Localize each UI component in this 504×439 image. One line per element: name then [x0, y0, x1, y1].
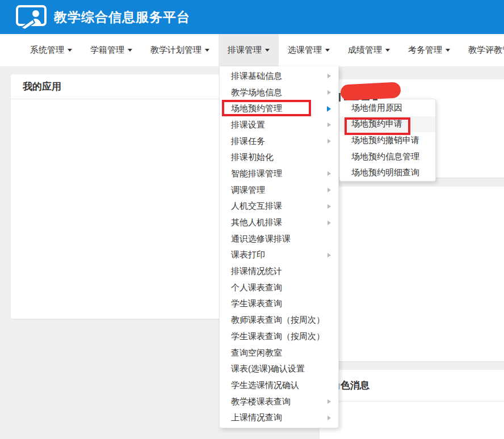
menu-item-scheduling-init[interactable]: 排课初始化 [220, 149, 338, 166]
menu-item-student-selection-confirm[interactable]: 学生选课情况确认 [220, 377, 338, 394]
menu-item-course-adjustment[interactable]: 调课管理 [220, 182, 338, 199]
submenu-arrow-icon [327, 106, 331, 112]
caret-down-icon [68, 49, 72, 52]
menu-item-personal-timetable[interactable]: 个人课表查询 [220, 280, 338, 296]
app-header: 教学综合信息服务平台 [0, 0, 504, 34]
caret-down-icon [325, 49, 330, 52]
caret-down-icon [128, 49, 132, 52]
menu-item-smart-scheduling[interactable]: 智能排课管理 [220, 166, 338, 182]
nav-item-system[interactable]: 系统管理 [21, 34, 81, 66]
submenu-item-reservation-detail-query[interactable]: 场地预约明细查询 [340, 164, 435, 181]
caret-down-icon [205, 49, 209, 52]
menu-item-student-timetable-by-week[interactable]: 学生课表查询（按周次） [220, 328, 338, 345]
page-title: 教学综合信息服务平台 [54, 9, 190, 26]
nav-item-grades[interactable]: 成绩管理 [339, 34, 399, 66]
submenu-arrow-icon [327, 416, 331, 420]
top-navbar: 系统管理 学籍管理 教学计划管理 排课管理 选课管理 成绩管理 考务管理 教学评… [0, 34, 504, 66]
submenu-arrow-icon [327, 221, 331, 225]
menu-item-student-timetable[interactable]: 学生课表查询 [220, 296, 338, 313]
menu-item-building-timetable-query[interactable]: 教学楼课表查询 [220, 394, 338, 410]
menu-item-scheduling-tasks[interactable]: 排课任务 [220, 133, 338, 150]
nav-item-student-status[interactable]: 学籍管理 [81, 34, 141, 66]
submenu-arrow-icon [327, 139, 331, 143]
submenu-arrow-icon [327, 74, 331, 78]
menu-item-teacher-timetable-by-week[interactable]: 教师课表查询（按周次） [220, 312, 338, 328]
menu-item-general-elective-scheduling[interactable]: 通识选修课排课 [220, 231, 338, 247]
nav-item-course-scheduling[interactable]: 排课管理 [219, 34, 279, 66]
course-scheduling-dropdown-menu: 排课基础信息 教学场地信息 场地预约管理 排课设置 排课任务 排课初始化 智能排… [219, 66, 339, 428]
caret-down-icon [446, 49, 450, 52]
submenu-arrow-icon [327, 171, 331, 176]
role-messages-card-title: 角色消息 [320, 370, 504, 402]
menu-item-teaching-venue-info[interactable]: 教学场地信息 [220, 85, 338, 101]
menu-item-free-classroom-query[interactable]: 查询空闲教室 [220, 345, 338, 361]
submenu-arrow-icon [327, 90, 331, 95]
submenu-arrow-icon [327, 123, 331, 127]
platform-logo-icon [15, 5, 47, 29]
menu-item-timetable-confirm-settings[interactable]: 课表(选课)确认设置 [220, 361, 338, 377]
menu-item-interactive-scheduling[interactable]: 人机交互排课 [220, 199, 338, 215]
submenu-arrow-icon [327, 253, 331, 258]
submenu-arrow-icon [327, 204, 331, 209]
menu-item-timetable-print[interactable]: 课表打印 [220, 247, 338, 264]
menu-item-scheduling-settings[interactable]: 排课设置 [220, 117, 338, 133]
submenu-item-reservation-cancel-apply[interactable]: 场地预约撤销申请 [340, 132, 435, 149]
nav-item-teaching-plan[interactable]: 教学计划管理 [141, 34, 219, 66]
submenu-arrow-icon [327, 399, 331, 404]
submenu-item-borrow-reason[interactable]: 场地借用原因 [340, 100, 435, 116]
venue-reservation-submenu: 场地借用原因 场地预约申请 场地预约撤销申请 场地预约信息管理 场地预约明细查询 [339, 99, 436, 181]
menu-item-other-interactive-scheduling[interactable]: 其他人机排课 [220, 214, 338, 231]
submenu-item-reservation-info-mgmt[interactable]: 场地预约信息管理 [340, 149, 435, 165]
caret-down-icon [385, 49, 390, 52]
submenu-arrow-icon [327, 188, 331, 192]
menu-item-scheduling-statistics[interactable]: 排课情况统计 [220, 263, 338, 280]
caret-down-icon [265, 49, 270, 52]
role-messages-card: 角色消息 [320, 370, 504, 439]
submenu-item-reservation-apply[interactable]: 场地预约申请 [340, 116, 435, 133]
right-card-middle [320, 187, 504, 361]
nav-item-exam-affairs[interactable]: 考务管理 [399, 34, 459, 66]
nav-item-course-selection[interactable]: 选课管理 [279, 34, 339, 66]
red-redaction-scribble [340, 82, 401, 101]
menu-item-class-status-query[interactable]: 上课情况查询 [220, 410, 338, 426]
nav-item-teaching-evaluation[interactable]: 教学评教管理 [459, 34, 504, 66]
menu-item-scheduling-basic-info[interactable]: 排课基础信息 [220, 68, 338, 85]
menu-item-venue-reservation-mgmt[interactable]: 场地预约管理 [220, 100, 338, 117]
